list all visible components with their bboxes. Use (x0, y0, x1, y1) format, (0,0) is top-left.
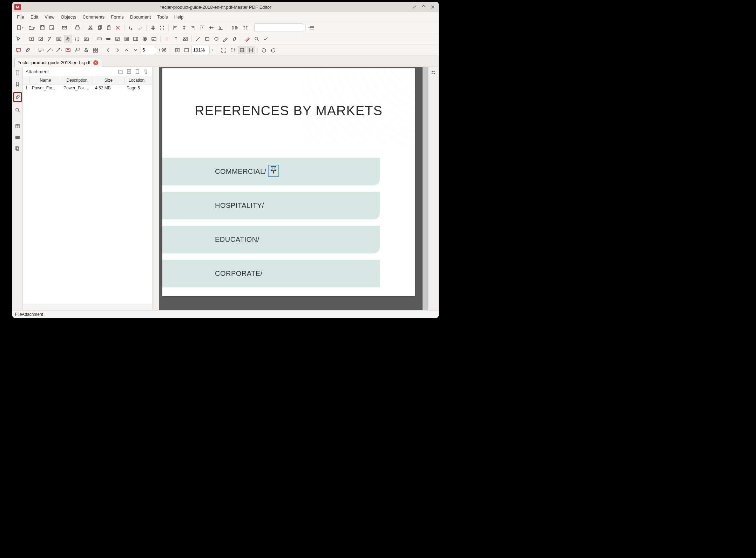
distribute-button[interactable]: ▾ (229, 23, 241, 32)
signature-tool[interactable] (150, 35, 158, 43)
snapshot-tool[interactable] (82, 35, 90, 43)
search-panel-button[interactable] (14, 107, 21, 113)
maximize-button[interactable] (421, 5, 426, 9)
select-tool[interactable] (14, 35, 23, 43)
delete-button[interactable] (114, 23, 122, 32)
signatures-panel-button[interactable] (14, 145, 21, 152)
col-loc[interactable]: Location (124, 77, 149, 84)
line-tool[interactable] (194, 35, 202, 43)
edit-text-tool[interactable] (27, 35, 36, 43)
menu-comments[interactable]: Comments (80, 13, 107, 21)
text-field-tool[interactable] (95, 35, 103, 43)
panel-save-button[interactable] (126, 69, 133, 75)
document-tab[interactable]: *ecler-product-guide-2018-en-hr.pdf ✕ (14, 58, 102, 67)
first-page-button[interactable] (122, 46, 131, 54)
size-button[interactable] (241, 23, 250, 32)
edit-doc-tool[interactable] (36, 35, 45, 43)
highlight-text-tool[interactable] (163, 35, 171, 43)
next-page-button[interactable] (113, 46, 122, 54)
grid-button[interactable] (149, 23, 157, 32)
menu-view[interactable]: View (42, 13, 57, 21)
bookmarks-panel-button[interactable] (14, 81, 21, 87)
comment-tool[interactable] (14, 46, 23, 54)
rectangle-tool[interactable] (203, 35, 211, 43)
underline-tool[interactable]: ▾ (36, 46, 45, 54)
marquee-zoom-button[interactable] (229, 46, 237, 54)
edit-pencil-tool[interactable] (243, 35, 252, 43)
thumbnails-panel-button[interactable] (14, 134, 21, 141)
link-tool[interactable] (230, 35, 239, 43)
attachments-panel-button[interactable] (13, 92, 22, 102)
minimize-button[interactable] (412, 5, 417, 9)
properties-button[interactable] (431, 70, 437, 76)
tab-close-button[interactable]: ✕ (93, 60, 98, 65)
rotate-right-button[interactable] (269, 46, 277, 54)
menu-edit[interactable]: Edit (28, 13, 41, 21)
undo-button[interactable] (127, 23, 135, 32)
menu-tools[interactable]: Tools (155, 13, 170, 21)
col-desc[interactable]: Description (61, 77, 93, 84)
panel-scrollbar[interactable] (23, 305, 152, 310)
align-top-button[interactable] (198, 23, 207, 32)
attachment-row[interactable]: 1 Power_Forwa... Power_Forwa... 4.52 MB … (23, 84, 152, 92)
ellipse-tool[interactable] (212, 35, 221, 43)
open-button[interactable]: ▾ (26, 23, 38, 32)
menu-document[interactable]: Document (128, 13, 153, 21)
arrow-tool[interactable]: ▾ (55, 46, 63, 54)
zoom-fit-button[interactable] (220, 46, 228, 54)
insert-image-tool[interactable] (181, 35, 189, 43)
hand-tool[interactable] (64, 35, 72, 43)
align-bottom-button[interactable] (216, 23, 225, 32)
attachment-pin-icon[interactable] (268, 165, 279, 177)
fit-width-button[interactable] (238, 46, 246, 54)
fit-page-button[interactable] (182, 46, 191, 54)
viewer-scrollbar[interactable] (423, 67, 428, 310)
checkbox-tool[interactable] (113, 35, 122, 43)
form-tool[interactable] (55, 35, 63, 43)
rotate-left-button[interactable] (260, 46, 268, 54)
col-name[interactable]: Name (30, 77, 61, 84)
options-button[interactable] (308, 23, 316, 32)
pages-panel-button[interactable] (14, 70, 21, 76)
listbox-tool[interactable] (122, 35, 131, 43)
actual-size-button[interactable] (173, 46, 182, 54)
print-button[interactable] (73, 23, 82, 32)
menu-help[interactable]: Help (172, 13, 186, 21)
menu-file[interactable]: File (14, 13, 27, 21)
search-input[interactable] (256, 25, 309, 30)
zoom-input[interactable] (191, 46, 210, 54)
close-button[interactable] (430, 5, 435, 9)
button-tool[interactable] (104, 35, 113, 43)
align-right-button[interactable] (189, 23, 197, 32)
menu-forms[interactable]: Forms (108, 13, 126, 21)
save-button[interactable] (38, 23, 47, 32)
redo-button[interactable] (136, 23, 144, 32)
document-viewer[interactable]: REFERENCES BY MARKETS COMMERCIAL/ HOSPIT… (153, 67, 428, 310)
align-left-button[interactable] (171, 23, 179, 32)
line-annot-tool[interactable]: ▾ (46, 46, 54, 54)
combobox-tool[interactable] (131, 35, 140, 43)
select-area-tool[interactable] (73, 35, 81, 43)
panel-open-button[interactable] (118, 69, 124, 75)
email-button[interactable] (60, 23, 69, 32)
align-center-h-button[interactable] (180, 23, 188, 32)
cut-button[interactable] (86, 23, 95, 32)
menu-objects[interactable]: Objects (58, 13, 79, 21)
callout-tool[interactable] (73, 46, 81, 54)
textbox-tool[interactable] (64, 46, 72, 54)
pencil-tool[interactable] (221, 35, 230, 43)
panel-delete-button[interactable] (143, 69, 149, 75)
search-box[interactable]: ▾ (254, 23, 303, 32)
attachment-tool[interactable] (23, 46, 32, 54)
edit-form-tool[interactable] (46, 35, 54, 43)
fit-height-button[interactable] (247, 46, 255, 54)
paste-button[interactable] (104, 23, 113, 32)
initials-tool[interactable] (91, 46, 100, 54)
checkmark-tool[interactable] (262, 35, 270, 43)
radiobutton-tool[interactable] (141, 35, 149, 43)
insert-text-tool[interactable] (172, 35, 180, 43)
align-middle-button[interactable] (207, 23, 216, 32)
new-doc-button[interactable]: ▾ (14, 23, 26, 32)
copy-button[interactable] (95, 23, 104, 32)
save-as-button[interactable] (47, 23, 56, 32)
